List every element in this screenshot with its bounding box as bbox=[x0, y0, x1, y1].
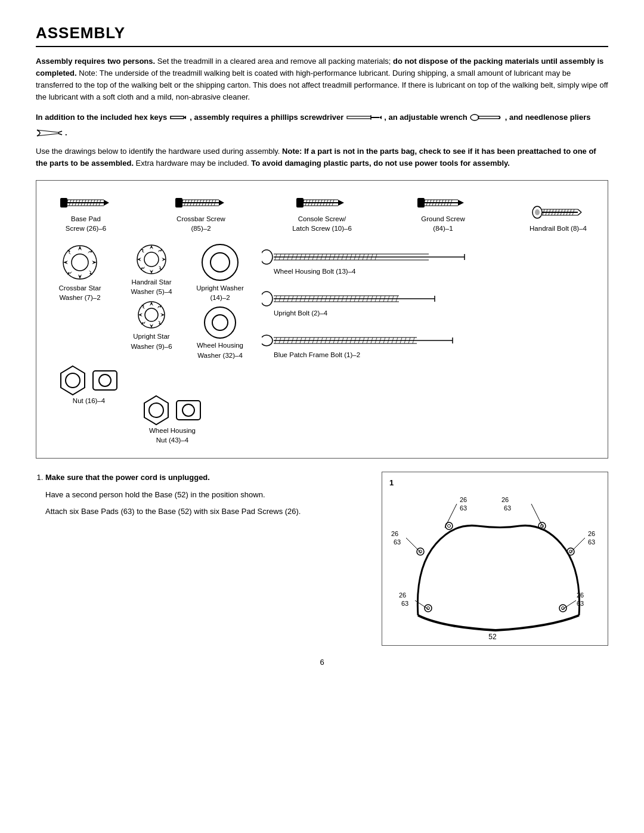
svg-point-232 bbox=[567, 548, 574, 555]
ground-screw-item: Ground Screw(84)–1 bbox=[404, 191, 482, 233]
wheel-housing-bolt-label: Wheel Housing Bolt (13)–4 bbox=[262, 267, 355, 276]
wheel-housing-bolt-item: Wheel Housing Bolt (13)–4 bbox=[262, 247, 597, 276]
svg-marker-107 bbox=[144, 396, 168, 425]
svg-marker-25 bbox=[104, 200, 109, 206]
svg-rect-74 bbox=[417, 198, 425, 208]
upright-bolt-item: Upright Bolt (2)–4 bbox=[262, 289, 597, 318]
pliers-icon bbox=[36, 128, 63, 138]
svg-rect-43 bbox=[175, 198, 182, 208]
svg-point-247 bbox=[559, 605, 566, 612]
svg-point-242 bbox=[425, 605, 432, 612]
svg-line-218 bbox=[451, 504, 457, 516]
wrench-icon bbox=[470, 112, 503, 123]
svg-text:1: 1 bbox=[389, 478, 394, 487]
svg-point-92 bbox=[535, 209, 540, 215]
svg-text:63: 63 bbox=[577, 600, 584, 607]
svg-line-234 bbox=[406, 538, 421, 553]
svg-point-94 bbox=[72, 254, 88, 271]
upright-star-washer-item: Upright StarWasher (9)–6 bbox=[113, 299, 190, 351]
wheel-housing-washer-item: Wheel HousingWasher (32)–4 bbox=[190, 305, 250, 360]
svg-rect-109 bbox=[177, 401, 200, 420]
step1-text1: Have a second person hold the Base (52) … bbox=[45, 489, 364, 501]
base-pad-screw-label: Base PadScrew (26)–6 bbox=[66, 214, 106, 233]
tools-line: In addition to the included hex keys , a… bbox=[36, 111, 608, 140]
crossbar-star-washer-label: Crossbar StarWasher (7)–2 bbox=[59, 283, 101, 302]
svg-rect-2 bbox=[347, 116, 371, 119]
svg-text:52: 52 bbox=[488, 633, 497, 641]
svg-rect-105 bbox=[93, 371, 117, 390]
step1-bold: Make sure that the power cord is unplugg… bbox=[45, 473, 210, 482]
svg-line-8 bbox=[58, 131, 62, 132]
svg-point-101 bbox=[205, 307, 236, 338]
svg-marker-4 bbox=[379, 116, 382, 119]
svg-point-238 bbox=[419, 550, 422, 553]
blue-patch-frame-bolt-label: Blue Patch Frame Bolt (1)–2 bbox=[262, 350, 360, 360]
svg-point-102 bbox=[212, 315, 228, 330]
wheel-housing-washer-label: Wheel HousingWasher (32)–4 bbox=[197, 340, 243, 360]
svg-marker-103 bbox=[61, 366, 85, 395]
assembly-diagram: 1 52 26 63 26 63 bbox=[382, 472, 608, 646]
upright-washer-label: Upright Washer(14)–2 bbox=[196, 283, 243, 302]
svg-rect-7 bbox=[478, 116, 500, 119]
base-pad-screw-item: Base PadScrew (26)–6 bbox=[47, 191, 125, 233]
svg-text:26: 26 bbox=[577, 592, 584, 599]
svg-point-104 bbox=[66, 373, 80, 388]
svg-text:63: 63 bbox=[401, 600, 408, 607]
bottom-section: Make sure that the power cord is unplugg… bbox=[36, 472, 608, 646]
svg-line-229 bbox=[570, 538, 585, 553]
console-screw-item: Console Screw/Latch Screw (10)–6 bbox=[277, 191, 367, 233]
svg-point-108 bbox=[149, 403, 163, 417]
crossbar-screw-item: Crossbar Screw(85)–2 bbox=[162, 191, 240, 233]
svg-point-106 bbox=[99, 374, 111, 386]
blue-patch-frame-bolt-item: Blue Patch Frame Bolt (1)–2 bbox=[262, 331, 597, 360]
svg-text:26: 26 bbox=[501, 496, 509, 503]
svg-point-140 bbox=[262, 250, 273, 264]
step1-text2: Attach six Base Pads (63) to the Base (5… bbox=[45, 506, 364, 518]
handrail-star-washer-label: Handrail StarWasher (5)–4 bbox=[131, 277, 172, 296]
parts-note: Use the drawings below to identify the h… bbox=[36, 145, 608, 169]
svg-point-99 bbox=[202, 244, 238, 280]
hex-key-icon bbox=[169, 112, 187, 123]
svg-marker-58 bbox=[338, 200, 344, 206]
svg-text:63: 63 bbox=[394, 538, 401, 546]
ground-screw-label: Ground Screw(84)–1 bbox=[421, 214, 465, 233]
crossbar-star-washer-item: Crossbar StarWasher (7)–2 bbox=[47, 241, 113, 302]
svg-marker-73 bbox=[458, 200, 464, 206]
upright-washer-item: Upright Washer(14)–2 bbox=[190, 241, 250, 302]
svg-rect-26 bbox=[60, 198, 67, 208]
svg-text:63: 63 bbox=[460, 504, 467, 512]
handrail-bolt-label: Handrail Bolt (8)–4 bbox=[530, 224, 587, 233]
crossbar-screw-label: Crossbar Screw(85)–2 bbox=[177, 214, 225, 233]
page-title: ASSEMBLY bbox=[36, 24, 608, 47]
hardware-box: Base PadScrew (26)–6 bbox=[36, 180, 608, 459]
wheel-housing-nut-item: Wheel HousingNut (43)–4 bbox=[131, 395, 214, 445]
upright-star-washer-label: Upright StarWasher (9)–6 bbox=[131, 332, 172, 351]
upright-bolt-label: Upright Bolt (2)–4 bbox=[262, 308, 327, 318]
screwdriver-icon bbox=[346, 113, 382, 122]
console-screw-label: Console Screw/Latch Screw (10)–6 bbox=[292, 214, 352, 233]
nut-item: Nut (16)–4 bbox=[47, 365, 131, 405]
handrail-star-washer-item: Handrail StarWasher (5)–4 bbox=[113, 241, 190, 296]
svg-line-9 bbox=[58, 134, 62, 135]
svg-point-6 bbox=[470, 114, 479, 120]
svg-point-175 bbox=[262, 292, 273, 306]
svg-point-222 bbox=[448, 524, 451, 527]
svg-point-96 bbox=[144, 252, 159, 267]
page-number: 6 bbox=[36, 658, 608, 667]
svg-point-233 bbox=[569, 550, 572, 553]
wheel-housing-nut-label: Wheel HousingNut (43)–4 bbox=[149, 426, 196, 445]
nut-label: Nut (16)–4 bbox=[73, 396, 105, 405]
svg-text:26: 26 bbox=[399, 592, 406, 599]
svg-marker-42 bbox=[219, 200, 224, 206]
svg-line-90 bbox=[578, 212, 581, 215]
svg-line-224 bbox=[531, 504, 537, 516]
svg-text:26: 26 bbox=[391, 530, 398, 537]
svg-line-89 bbox=[578, 209, 581, 212]
svg-point-98 bbox=[145, 308, 158, 321]
instructions: Make sure that the power cord is unplugg… bbox=[36, 472, 364, 646]
svg-point-237 bbox=[417, 548, 424, 555]
intro-paragraph1: Assembly requires two persons. Set the t… bbox=[36, 55, 608, 104]
svg-text:63: 63 bbox=[504, 504, 511, 512]
svg-text:63: 63 bbox=[588, 538, 595, 546]
svg-point-221 bbox=[445, 522, 453, 529]
